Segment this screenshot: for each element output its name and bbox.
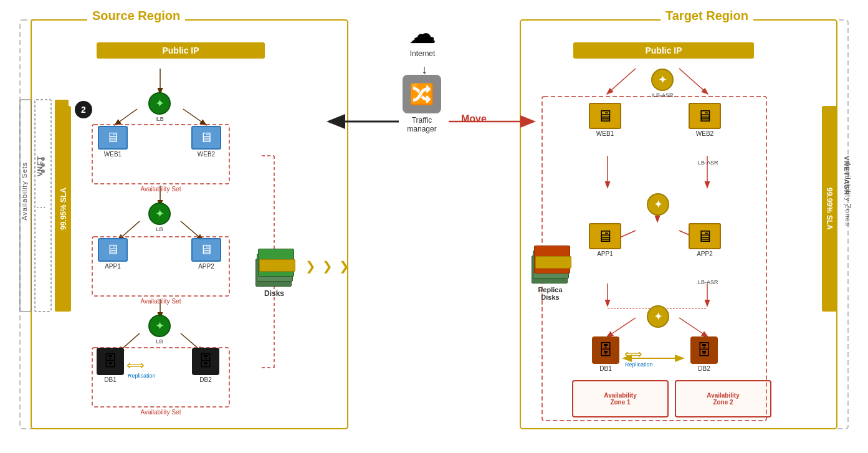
target-web1-node: 🖥 WEB1: [589, 103, 621, 137]
source-web1-node: 🖥 WEB1: [98, 126, 128, 158]
svg-rect-2: [520, 20, 848, 429]
internet-icon: ☁ Internet: [398, 17, 447, 58]
source-region-title: Source Region: [87, 9, 185, 23]
source-ilb-icon: ✦ ILB: [148, 92, 171, 122]
svg-text:Availability Set: Availability Set: [141, 298, 181, 305]
target-vnet-icon: ⋯: [842, 198, 852, 210]
svg-line-11: [115, 109, 137, 125]
target-replica-disks: Replica Disks: [532, 243, 569, 301]
target-avail-zone-2: Availability Zone 2: [675, 380, 771, 417]
source-db2-node: 🗄 DB2: [192, 348, 219, 383]
source-vnet-icon: ⋯: [36, 201, 46, 213]
source-app2-node: 🖥 APP2: [191, 238, 221, 270]
target-public-ip: Public IP: [573, 42, 754, 59]
target-avail-zone-1: Availability Zone 1: [572, 380, 669, 417]
source-lb-2: ✦ LB: [148, 315, 171, 345]
target-app2-node: 🖥 APP2: [689, 223, 721, 257]
move-label: Move: [461, 113, 487, 125]
svg-line-26: [608, 69, 636, 93]
source-app1-node: 🖥 APP1: [98, 238, 128, 270]
target-sla-label: 99.99% SLA: [822, 106, 837, 312]
target-app1-node: 🖥 APP1: [589, 223, 621, 257]
target-lb-asr-2: ✦: [647, 305, 669, 328]
svg-line-12: [183, 109, 206, 125]
svg-text:Availability Set: Availability Set: [141, 186, 181, 193]
target-db2-node: 🗄 DB2: [690, 336, 718, 372]
source-lb-1: ✦ LB: [148, 203, 171, 232]
svg-line-14: [118, 221, 140, 240]
target-region-title: Target Region: [661, 9, 753, 23]
target-replication-arrow: ⟺: [624, 346, 642, 361]
svg-text:Availability Set: Availability Set: [141, 409, 181, 416]
diagram-container: Availability Set Availability Set Availa…: [0, 0, 868, 453]
replication-dots: ❯ ❯ ❯: [305, 259, 350, 274]
traffic-manager-icon: 🔀 Traffic manager: [396, 75, 447, 133]
target-lb-asr-1-label: LB-ASR: [698, 160, 718, 166]
source-sla-label: 99.95% SLA: [56, 106, 71, 312]
svg-line-35: [608, 318, 636, 336]
source-replication-label: Replication: [128, 373, 156, 379]
target-ilb-asr: ✦ ILB-ASR: [651, 69, 674, 98]
source-db1-node: 🗄 DB1: [97, 348, 124, 383]
source-avail-sets-label: Availability Sets: [21, 162, 28, 221]
svg-rect-3: [520, 20, 837, 429]
source-disks: Disks: [255, 246, 293, 298]
source-replication-arrow: ⟺: [126, 358, 145, 373]
svg-line-36: [679, 318, 707, 336]
badge-2: 2: [75, 101, 92, 118]
svg-rect-1: [31, 20, 348, 429]
target-lb-asr-2-label: LB-ASR: [698, 279, 718, 285]
svg-line-15: [181, 221, 203, 240]
source-web2-node: 🖥 WEB2: [191, 126, 221, 158]
svg-rect-45: [542, 97, 766, 421]
source-public-ip: Public IP: [97, 42, 265, 59]
target-replication-label: Replication: [625, 361, 653, 368]
target-db1-node: 🗄 DB1: [592, 336, 619, 372]
target-web2-node: 🖥 WEB2: [689, 103, 721, 137]
target-avail-zones-label: Availability Zones: [844, 162, 852, 226]
source-vnet-label: VNET: [36, 156, 44, 176]
svg-line-27: [679, 69, 707, 93]
target-lb-asr-1: ✦: [647, 193, 669, 216]
